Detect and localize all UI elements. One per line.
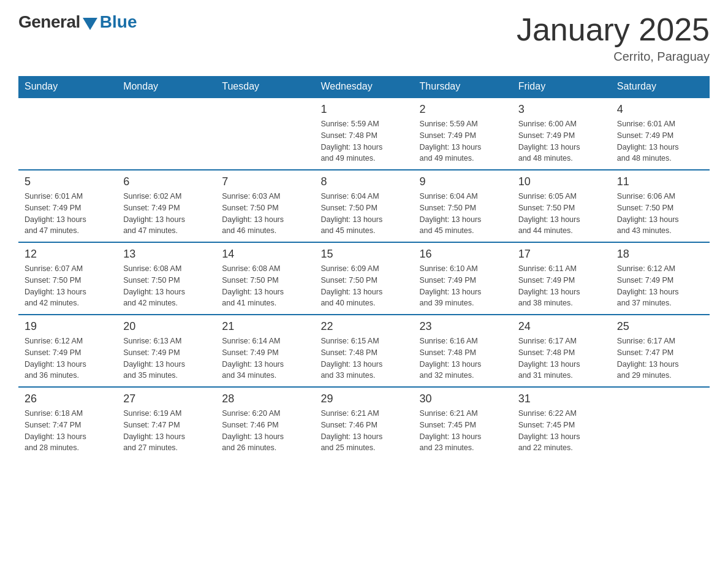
logo-triangle-icon	[83, 18, 97, 30]
column-header-monday: Monday	[117, 76, 216, 98]
day-number: 3	[518, 103, 605, 116]
day-number: 21	[222, 320, 308, 333]
logo-general-text: General	[18, 12, 80, 32]
day-number: 31	[518, 393, 605, 405]
header-row: SundayMondayTuesdayWednesdayThursdayFrid…	[18, 76, 710, 98]
calendar-cell: 18Sunrise: 6:12 AM Sunset: 7:49 PM Dayli…	[611, 242, 710, 315]
calendar-week-5: 26Sunrise: 6:18 AM Sunset: 7:47 PM Dayli…	[18, 387, 710, 459]
title-section: January 2025 Cerrito, Paraguay	[517, 12, 710, 64]
day-info: Sunrise: 6:03 AM Sunset: 7:50 PM Dayligh…	[222, 191, 308, 237]
day-info: Sunrise: 5:59 AM Sunset: 7:49 PM Dayligh…	[420, 118, 506, 164]
day-info: Sunrise: 6:17 AM Sunset: 7:48 PM Dayligh…	[518, 335, 605, 381]
calendar-cell: 27Sunrise: 6:19 AM Sunset: 7:47 PM Dayli…	[117, 387, 216, 459]
day-number: 10	[518, 175, 605, 188]
day-number: 7	[222, 175, 308, 188]
calendar-cell: 16Sunrise: 6:10 AM Sunset: 7:49 PM Dayli…	[414, 242, 512, 315]
day-info: Sunrise: 6:04 AM Sunset: 7:50 PM Dayligh…	[320, 191, 407, 237]
day-number: 16	[420, 248, 506, 261]
day-info: Sunrise: 6:15 AM Sunset: 7:48 PM Dayligh…	[320, 335, 407, 381]
calendar-week-1: 1Sunrise: 5:59 AM Sunset: 7:48 PM Daylig…	[18, 98, 710, 170]
column-header-tuesday: Tuesday	[216, 76, 314, 98]
day-info: Sunrise: 6:06 AM Sunset: 7:50 PM Dayligh…	[617, 191, 703, 237]
day-info: Sunrise: 6:12 AM Sunset: 7:49 PM Dayligh…	[25, 335, 111, 381]
calendar-cell: 10Sunrise: 6:05 AM Sunset: 7:50 PM Dayli…	[512, 170, 611, 242]
column-header-wednesday: Wednesday	[314, 76, 413, 98]
day-info: Sunrise: 6:05 AM Sunset: 7:50 PM Dayligh…	[518, 191, 605, 237]
calendar-cell	[611, 387, 710, 459]
day-number: 27	[123, 393, 210, 405]
column-header-thursday: Thursday	[414, 76, 512, 98]
day-info: Sunrise: 6:08 AM Sunset: 7:50 PM Dayligh…	[123, 263, 210, 309]
calendar-cell: 15Sunrise: 6:09 AM Sunset: 7:50 PM Dayli…	[314, 242, 413, 315]
day-info: Sunrise: 6:21 AM Sunset: 7:46 PM Dayligh…	[320, 408, 407, 454]
calendar-table: SundayMondayTuesdayWednesdayThursdayFrid…	[18, 76, 710, 459]
calendar-cell: 2Sunrise: 5:59 AM Sunset: 7:49 PM Daylig…	[414, 98, 512, 170]
day-info: Sunrise: 6:07 AM Sunset: 7:50 PM Dayligh…	[25, 263, 111, 309]
calendar-cell: 1Sunrise: 5:59 AM Sunset: 7:48 PM Daylig…	[314, 98, 413, 170]
calendar-cell: 7Sunrise: 6:03 AM Sunset: 7:50 PM Daylig…	[216, 170, 314, 242]
day-number: 11	[617, 175, 703, 188]
day-number: 23	[420, 320, 506, 333]
calendar-cell: 22Sunrise: 6:15 AM Sunset: 7:48 PM Dayli…	[314, 315, 413, 387]
calendar-cell: 5Sunrise: 6:01 AM Sunset: 7:49 PM Daylig…	[18, 170, 117, 242]
calendar-cell: 19Sunrise: 6:12 AM Sunset: 7:49 PM Dayli…	[18, 315, 117, 387]
day-number: 19	[25, 320, 111, 333]
calendar-cell: 25Sunrise: 6:17 AM Sunset: 7:47 PM Dayli…	[611, 315, 710, 387]
calendar-cell: 6Sunrise: 6:02 AM Sunset: 7:49 PM Daylig…	[117, 170, 216, 242]
day-info: Sunrise: 6:18 AM Sunset: 7:47 PM Dayligh…	[25, 408, 111, 454]
day-number: 18	[617, 248, 703, 261]
day-info: Sunrise: 6:09 AM Sunset: 7:50 PM Dayligh…	[320, 263, 407, 309]
day-info: Sunrise: 6:13 AM Sunset: 7:49 PM Dayligh…	[123, 335, 210, 381]
location-text: Cerrito, Paraguay	[517, 50, 710, 64]
calendar-cell: 21Sunrise: 6:14 AM Sunset: 7:49 PM Dayli…	[216, 315, 314, 387]
calendar-cell: 9Sunrise: 6:04 AM Sunset: 7:50 PM Daylig…	[414, 170, 512, 242]
day-number: 20	[123, 320, 210, 333]
day-info: Sunrise: 5:59 AM Sunset: 7:48 PM Dayligh…	[320, 118, 407, 164]
day-info: Sunrise: 6:17 AM Sunset: 7:47 PM Dayligh…	[617, 335, 703, 381]
day-info: Sunrise: 6:01 AM Sunset: 7:49 PM Dayligh…	[617, 118, 703, 164]
calendar-cell: 12Sunrise: 6:07 AM Sunset: 7:50 PM Dayli…	[18, 242, 117, 315]
logo-blue-text: Blue	[100, 12, 137, 32]
calendar-cell	[117, 98, 216, 170]
calendar-cell: 31Sunrise: 6:22 AM Sunset: 7:45 PM Dayli…	[512, 387, 611, 459]
day-info: Sunrise: 6:10 AM Sunset: 7:49 PM Dayligh…	[420, 263, 506, 309]
day-number: 17	[518, 248, 605, 261]
calendar-week-4: 19Sunrise: 6:12 AM Sunset: 7:49 PM Dayli…	[18, 315, 710, 387]
day-number: 12	[25, 248, 111, 261]
day-number: 8	[320, 175, 407, 188]
day-number: 25	[617, 320, 703, 333]
day-info: Sunrise: 6:04 AM Sunset: 7:50 PM Dayligh…	[420, 191, 506, 237]
calendar-week-2: 5Sunrise: 6:01 AM Sunset: 7:49 PM Daylig…	[18, 170, 710, 242]
calendar-cell: 23Sunrise: 6:16 AM Sunset: 7:48 PM Dayli…	[414, 315, 512, 387]
day-number: 6	[123, 175, 210, 188]
day-info: Sunrise: 6:14 AM Sunset: 7:49 PM Dayligh…	[222, 335, 308, 381]
day-info: Sunrise: 6:20 AM Sunset: 7:46 PM Dayligh…	[222, 408, 308, 454]
logo: General Blue	[18, 12, 137, 32]
day-number: 13	[123, 248, 210, 261]
calendar-cell: 14Sunrise: 6:08 AM Sunset: 7:50 PM Dayli…	[216, 242, 314, 315]
calendar-cell: 30Sunrise: 6:21 AM Sunset: 7:45 PM Dayli…	[414, 387, 512, 459]
day-number: 5	[25, 175, 111, 188]
calendar-week-3: 12Sunrise: 6:07 AM Sunset: 7:50 PM Dayli…	[18, 242, 710, 315]
calendar-cell: 13Sunrise: 6:08 AM Sunset: 7:50 PM Dayli…	[117, 242, 216, 315]
day-info: Sunrise: 6:22 AM Sunset: 7:45 PM Dayligh…	[518, 408, 605, 454]
column-header-sunday: Sunday	[18, 76, 117, 98]
day-info: Sunrise: 6:00 AM Sunset: 7:49 PM Dayligh…	[518, 118, 605, 164]
day-info: Sunrise: 6:21 AM Sunset: 7:45 PM Dayligh…	[420, 408, 506, 454]
day-number: 14	[222, 248, 308, 261]
day-number: 9	[420, 175, 506, 188]
calendar-cell: 4Sunrise: 6:01 AM Sunset: 7:49 PM Daylig…	[611, 98, 710, 170]
calendar-cell: 17Sunrise: 6:11 AM Sunset: 7:49 PM Dayli…	[512, 242, 611, 315]
day-info: Sunrise: 6:11 AM Sunset: 7:49 PM Dayligh…	[518, 263, 605, 309]
calendar-cell: 3Sunrise: 6:00 AM Sunset: 7:49 PM Daylig…	[512, 98, 611, 170]
calendar-cell: 20Sunrise: 6:13 AM Sunset: 7:49 PM Dayli…	[117, 315, 216, 387]
day-info: Sunrise: 6:01 AM Sunset: 7:49 PM Dayligh…	[25, 191, 111, 237]
day-number: 29	[320, 393, 407, 405]
page-header: General Blue January 2025 Cerrito, Parag…	[18, 12, 710, 64]
calendar-cell	[216, 98, 314, 170]
calendar-cell: 29Sunrise: 6:21 AM Sunset: 7:46 PM Dayli…	[314, 387, 413, 459]
day-number: 1	[320, 103, 407, 116]
day-number: 2	[420, 103, 506, 116]
column-header-friday: Friday	[512, 76, 611, 98]
column-header-saturday: Saturday	[611, 76, 710, 98]
